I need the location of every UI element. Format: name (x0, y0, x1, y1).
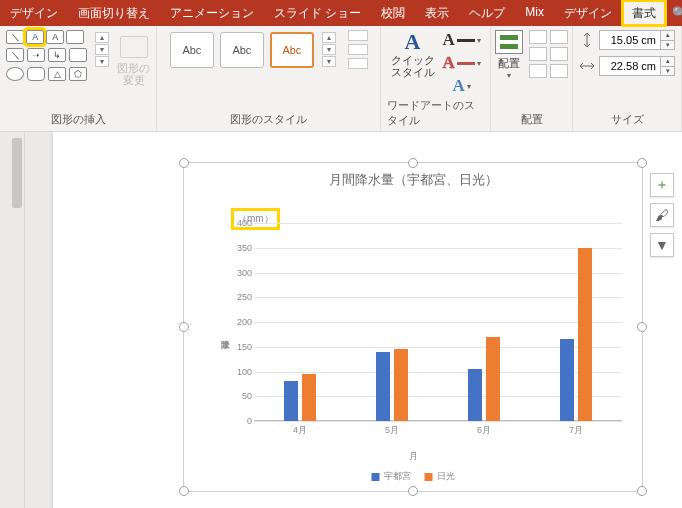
thumb-scrollbar[interactable] (12, 138, 22, 208)
shape-outline[interactable] (348, 44, 368, 55)
ribbon: ＼ A A ＼ ➝ ↳ △ ⬠ ▴ ▾ ▾ (0, 26, 682, 132)
height-down[interactable]: ▾ (660, 40, 674, 49)
shapes-scroll-up[interactable]: ▴ (95, 32, 109, 43)
workspace[interactable]: 月間降水量（宇都宮、日光） （mm） 降水量 05010015020025030… (25, 132, 682, 508)
selection-pane[interactable] (550, 64, 568, 78)
shape-vtext[interactable]: A (46, 30, 64, 44)
chart-styles-button[interactable]: 🖌 (650, 203, 674, 227)
group-wordart: A クイック スタイル A▾ A▾ A▾ ワードアートのスタイル (381, 26, 491, 131)
shape-fill[interactable] (348, 30, 368, 41)
change-shape-icon (120, 36, 148, 58)
group-size: ▴▾ ▴▾ サイズ (573, 26, 682, 131)
rotate-menu[interactable] (529, 64, 547, 78)
height-up[interactable]: ▴ (660, 31, 674, 40)
handle-mr[interactable] (637, 322, 647, 332)
style-1[interactable]: Abc (170, 32, 214, 68)
tab-mix[interactable]: Mix (515, 0, 554, 26)
handle-tc[interactable] (408, 158, 418, 168)
handle-bl[interactable] (179, 486, 189, 496)
tab-design[interactable]: デザイン (0, 0, 68, 26)
shape-textbox[interactable]: A (26, 30, 44, 44)
send-backward[interactable] (550, 30, 568, 44)
shape-line2[interactable]: ＼ (6, 48, 24, 62)
handle-br[interactable] (637, 486, 647, 496)
tab-review[interactable]: 校閲 (371, 0, 415, 26)
width-down[interactable]: ▾ (660, 66, 674, 75)
tab-transitions[interactable]: 画面切り替え (68, 0, 160, 26)
shape-rrect[interactable] (27, 67, 45, 81)
handle-tl[interactable] (179, 158, 189, 168)
group-insert-shapes: ＼ A A ＼ ➝ ↳ △ ⬠ ▴ ▾ ▾ (0, 26, 157, 131)
group-arrange: 配置 ▾ 配置 (491, 26, 573, 131)
shapes-more[interactable]: ▾ (95, 56, 109, 67)
shape-line[interactable]: ＼ (6, 30, 24, 44)
height-icon (579, 32, 595, 48)
change-shape-button: 図形の 変更 (117, 30, 150, 86)
style-2[interactable]: Abc (220, 32, 264, 68)
search-icon: 🔍 (672, 6, 682, 20)
shape-arrow[interactable]: ➝ (27, 48, 45, 62)
tab-slideshow[interactable]: スライド ショー (264, 0, 371, 26)
shape-pentagon[interactable]: ⬠ (69, 67, 87, 81)
slide[interactable]: 月間降水量（宇都宮、日光） （mm） 降水量 05010015020025030… (53, 132, 682, 508)
align-menu[interactable] (529, 47, 547, 61)
shape-rect[interactable] (66, 30, 84, 44)
shape-rect2[interactable] (69, 48, 87, 62)
tab-design2[interactable]: デザイン (554, 0, 622, 26)
width-icon (579, 58, 595, 74)
tab-format[interactable]: 書式 (622, 0, 666, 26)
text-fill[interactable]: A▾ (443, 30, 481, 50)
legend: 宇都宮 日光 (372, 470, 455, 483)
styles-more[interactable]: ▾ (322, 56, 336, 67)
quick-style-button[interactable]: A クイック スタイル (391, 30, 435, 78)
x-axis-label: 月 (409, 450, 418, 463)
chart-object[interactable]: 月間降水量（宇都宮、日光） （mm） 降水量 05010015020025030… (183, 162, 643, 492)
text-effects[interactable]: A▾ (453, 76, 471, 96)
tab-help[interactable]: ヘルプ (459, 0, 515, 26)
shape-connector[interactable]: ↳ (48, 48, 66, 62)
text-outline[interactable]: A▾ (443, 53, 481, 73)
shape-effects[interactable] (348, 58, 368, 69)
plot-area: 050100150200250300350400 4月5月6月7月 (254, 223, 622, 421)
legend-1: 宇都宮 (384, 470, 411, 483)
style-3[interactable]: Abc (270, 32, 314, 68)
height-input[interactable]: ▴▾ (599, 30, 675, 50)
thumbnail-pane[interactable] (0, 132, 25, 508)
bring-forward[interactable] (529, 30, 547, 44)
shape-triangle[interactable]: △ (48, 67, 66, 81)
group-shape-styles: Abc Abc Abc ▴ ▾ ▾ 図形のスタイル (157, 26, 381, 131)
arrange-icon[interactable] (495, 30, 523, 54)
tab-bar: デザイン 画面切り替え アニメーション スライド ショー 校閲 表示 ヘルプ M… (0, 0, 682, 26)
editor-canvas: 月間降水量（宇都宮、日光） （mm） 降水量 05010015020025030… (0, 132, 682, 508)
styles-down[interactable]: ▾ (322, 44, 336, 55)
width-up[interactable]: ▴ (660, 57, 674, 66)
chart-elements-button[interactable]: ＋ (650, 173, 674, 197)
shape-oval[interactable] (6, 67, 24, 81)
handle-ml[interactable] (179, 322, 189, 332)
group-menu[interactable] (550, 47, 568, 61)
handle-tr[interactable] (637, 158, 647, 168)
chart-filters-button[interactable]: ▼ (650, 233, 674, 257)
styles-up[interactable]: ▴ (322, 32, 336, 43)
width-input[interactable]: ▴▾ (599, 56, 675, 76)
handle-bc[interactable] (408, 486, 418, 496)
legend-2: 日光 (437, 470, 455, 483)
shapes-scroll-down[interactable]: ▾ (95, 44, 109, 55)
chart-title[interactable]: 月間降水量（宇都宮、日光） (184, 171, 642, 189)
tell-me[interactable]: 🔍 操作ア (666, 0, 682, 26)
quickstyle-icon: A (391, 30, 435, 54)
tab-view[interactable]: 表示 (415, 0, 459, 26)
tab-animations[interactable]: アニメーション (160, 0, 264, 26)
